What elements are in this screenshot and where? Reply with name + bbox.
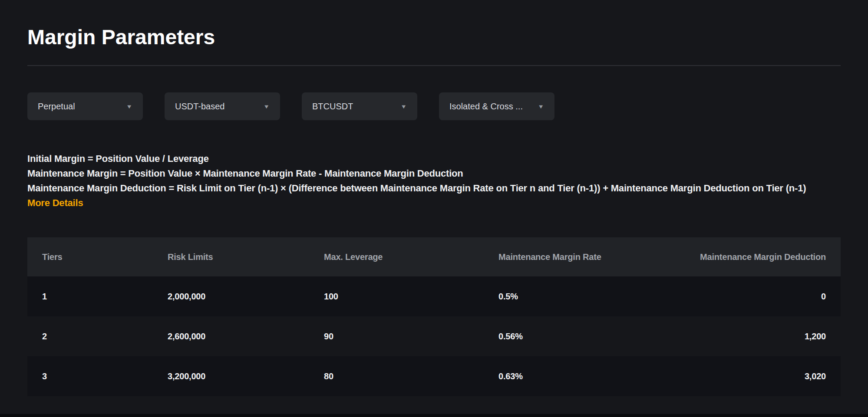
tier-cell: 3 [27, 356, 153, 396]
max-leverage-cell: 100 [309, 276, 484, 316]
contract-type-value: Perpetual [38, 102, 75, 112]
chevron-down-icon: ▼ [126, 104, 132, 109]
table-row: 1 2,000,000 100 0.5% 0 [27, 276, 841, 316]
maintenance-margin-deduction-cell: 0 [661, 276, 841, 316]
tier-cell: 1 [27, 276, 153, 316]
formula-maintenance-margin: Maintenance Margin = Position Value × Ma… [27, 166, 841, 181]
more-details-link[interactable]: More Details [27, 196, 83, 210]
settlement-coin-value: USDT-based [175, 102, 225, 112]
margin-mode-value: Isolated & Cross ... [449, 102, 523, 112]
risk-limit-cell: 3,200,000 [153, 356, 309, 396]
chevron-down-icon: ▼ [263, 104, 270, 109]
column-header-maintenance-margin-deduction: Maintenance Margin Deduction [661, 237, 841, 276]
margin-tiers-table: Tiers Risk Limits Max. Leverage Maintena… [27, 237, 841, 396]
page-title: Margin Parameters [27, 25, 841, 49]
maintenance-margin-deduction-cell: 3,020 [661, 356, 841, 396]
maintenance-margin-rate-cell: 0.56% [484, 316, 661, 356]
formula-initial-margin: Initial Margin = Position Value / Levera… [27, 151, 841, 166]
window-bottom-edge [0, 414, 868, 417]
column-header-risk-limits: Risk Limits [153, 237, 309, 276]
table-row: 3 3,200,000 80 0.63% 3,020 [27, 356, 841, 396]
risk-limit-cell: 2,600,000 [153, 316, 309, 356]
column-header-maintenance-margin-rate: Maintenance Margin Rate [484, 237, 661, 276]
table-row: 2 2,600,000 90 0.56% 1,200 [27, 316, 841, 356]
maintenance-margin-rate-cell: 0.63% [484, 356, 661, 396]
contract-type-dropdown[interactable]: Perpetual ▼ [27, 92, 143, 120]
formula-block: Initial Margin = Position Value / Levera… [27, 151, 841, 210]
symbol-dropdown[interactable]: BTCUSDT ▼ [302, 92, 417, 120]
max-leverage-cell: 80 [309, 356, 484, 396]
chevron-down-icon: ▼ [400, 104, 407, 109]
formula-maintenance-margin-deduction: Maintenance Margin Deduction = Risk Limi… [27, 181, 841, 196]
tier-cell: 2 [27, 316, 153, 356]
maintenance-margin-deduction-cell: 1,200 [661, 316, 841, 356]
symbol-value: BTCUSDT [312, 102, 353, 112]
margin-parameters-page: Margin Parameters Perpetual ▼ USDT-based… [0, 0, 868, 396]
filter-bar: Perpetual ▼ USDT-based ▼ BTCUSDT ▼ Isola… [27, 92, 841, 120]
column-header-tiers: Tiers [27, 237, 153, 276]
maintenance-margin-rate-cell: 0.5% [484, 276, 661, 316]
max-leverage-cell: 90 [309, 316, 484, 356]
title-divider [27, 65, 841, 66]
column-header-max-leverage: Max. Leverage [309, 237, 484, 276]
chevron-down-icon: ▼ [538, 104, 544, 109]
table-header-row: Tiers Risk Limits Max. Leverage Maintena… [27, 237, 841, 276]
risk-limit-cell: 2,000,000 [153, 276, 309, 316]
settlement-coin-dropdown[interactable]: USDT-based ▼ [165, 92, 280, 120]
margin-mode-dropdown[interactable]: Isolated & Cross ... ▼ [439, 92, 554, 120]
